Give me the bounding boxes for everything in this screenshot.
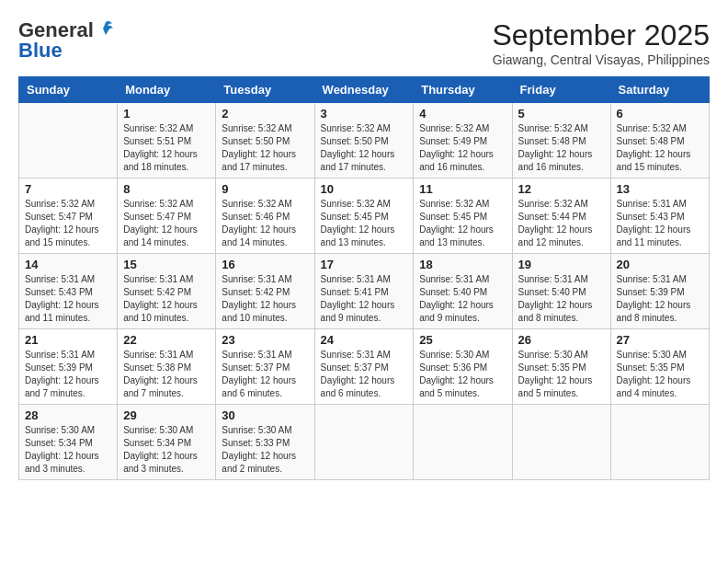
logo: General Blue [18, 18, 116, 63]
day-info: Sunrise: 5:32 AM Sunset: 5:45 PM Dayligh… [419, 198, 506, 249]
day-number: 16 [222, 258, 308, 271]
calendar-cell: 5Sunrise: 5:32 AM Sunset: 5:48 PM Daylig… [512, 103, 610, 178]
day-info: Sunrise: 5:30 AM Sunset: 5:34 PM Dayligh… [123, 424, 210, 476]
day-info: Sunrise: 5:32 AM Sunset: 5:47 PM Dayligh… [25, 198, 111, 249]
calendar-cell: 27Sunrise: 5:30 AM Sunset: 5:35 PM Dayli… [610, 329, 709, 405]
calendar-cell: 19Sunrise: 5:31 AM Sunset: 5:40 PM Dayli… [512, 254, 610, 329]
calendar-cell: 16Sunrise: 5:31 AM Sunset: 5:42 PM Dayli… [216, 254, 314, 329]
calendar-cell: 15Sunrise: 5:31 AM Sunset: 5:42 PM Dayli… [118, 254, 216, 329]
calendar-cell: 21Sunrise: 5:31 AM Sunset: 5:39 PM Dayli… [19, 329, 118, 405]
day-number: 11 [419, 182, 506, 196]
calendar-cell [610, 405, 709, 480]
calendar-cell [314, 405, 414, 480]
day-info: Sunrise: 5:31 AM Sunset: 5:41 PM Dayligh… [321, 273, 408, 325]
day-number: 28 [25, 408, 111, 422]
day-number: 19 [518, 258, 605, 271]
day-info: Sunrise: 5:32 AM Sunset: 5:50 PM Dayligh… [321, 122, 408, 174]
day-number: 15 [123, 258, 210, 271]
logo-bird-icon [96, 18, 116, 39]
calendar-header-row: SundayMondayTuesdayWednesdayThursdayFrid… [19, 77, 710, 103]
day-number: 22 [123, 333, 210, 347]
calendar-week-row: 14Sunrise: 5:31 AM Sunset: 5:43 PM Dayli… [19, 254, 710, 329]
calendar-cell: 29Sunrise: 5:30 AM Sunset: 5:34 PM Dayli… [118, 405, 216, 480]
day-number: 10 [321, 182, 408, 196]
day-number: 20 [617, 258, 703, 271]
day-info: Sunrise: 5:32 AM Sunset: 5:48 PM Dayligh… [617, 122, 703, 174]
day-number: 21 [25, 333, 111, 347]
day-info: Sunrise: 5:32 AM Sunset: 5:46 PM Dayligh… [222, 198, 308, 249]
day-number: 24 [321, 333, 408, 347]
day-number: 27 [617, 333, 703, 347]
day-info: Sunrise: 5:30 AM Sunset: 5:35 PM Dayligh… [518, 349, 605, 400]
calendar-cell: 20Sunrise: 5:31 AM Sunset: 5:39 PM Dayli… [610, 254, 709, 329]
calendar-cell: 11Sunrise: 5:32 AM Sunset: 5:45 PM Dayli… [414, 178, 512, 254]
calendar-cell: 1Sunrise: 5:32 AM Sunset: 5:51 PM Daylig… [118, 103, 216, 178]
calendar-cell: 17Sunrise: 5:31 AM Sunset: 5:41 PM Dayli… [314, 254, 414, 329]
calendar-cell [19, 103, 118, 178]
day-number: 18 [419, 258, 506, 271]
day-info: Sunrise: 5:32 AM Sunset: 5:48 PM Dayligh… [518, 122, 605, 174]
day-info: Sunrise: 5:31 AM Sunset: 5:43 PM Dayligh… [25, 273, 111, 325]
calendar-cell: 4Sunrise: 5:32 AM Sunset: 5:49 PM Daylig… [414, 103, 512, 178]
day-number: 13 [617, 182, 703, 196]
calendar-week-row: 1Sunrise: 5:32 AM Sunset: 5:51 PM Daylig… [19, 103, 710, 178]
day-number: 26 [518, 333, 605, 347]
day-info: Sunrise: 5:31 AM Sunset: 5:42 PM Dayligh… [222, 273, 308, 325]
title-block: September 2025 Giawang, Central Visayas,… [492, 18, 710, 67]
day-number: 12 [518, 182, 605, 196]
calendar-cell: 13Sunrise: 5:31 AM Sunset: 5:43 PM Dayli… [610, 178, 709, 254]
page-header: General Blue September 2025 Giawang, Cen… [18, 18, 710, 67]
day-info: Sunrise: 5:32 AM Sunset: 5:47 PM Dayligh… [123, 198, 210, 249]
calendar-week-row: 21Sunrise: 5:31 AM Sunset: 5:39 PM Dayli… [19, 329, 710, 405]
day-number: 2 [222, 107, 308, 121]
day-number: 5 [518, 107, 605, 121]
calendar-cell: 26Sunrise: 5:30 AM Sunset: 5:35 PM Dayli… [512, 329, 610, 405]
day-number: 6 [617, 107, 703, 121]
day-info: Sunrise: 5:30 AM Sunset: 5:36 PM Dayligh… [419, 349, 506, 400]
day-info: Sunrise: 5:30 AM Sunset: 5:33 PM Dayligh… [222, 424, 308, 476]
day-number: 14 [25, 258, 111, 271]
calendar-cell: 18Sunrise: 5:31 AM Sunset: 5:40 PM Dayli… [414, 254, 512, 329]
calendar-week-row: 28Sunrise: 5:30 AM Sunset: 5:34 PM Dayli… [19, 405, 710, 480]
day-info: Sunrise: 5:31 AM Sunset: 5:40 PM Dayligh… [518, 273, 605, 325]
day-number: 29 [123, 408, 210, 422]
day-info: Sunrise: 5:31 AM Sunset: 5:40 PM Dayligh… [419, 273, 506, 325]
location-subtitle: Giawang, Central Visayas, Philippines [492, 52, 710, 67]
month-year-title: September 2025 [492, 18, 710, 52]
day-number: 17 [321, 258, 408, 271]
day-number: 4 [419, 107, 506, 121]
day-info: Sunrise: 5:31 AM Sunset: 5:39 PM Dayligh… [617, 273, 703, 325]
calendar-header-saturday: Saturday [610, 77, 709, 103]
calendar-header-tuesday: Tuesday [216, 77, 314, 103]
day-number: 25 [419, 333, 506, 347]
calendar-cell: 25Sunrise: 5:30 AM Sunset: 5:36 PM Dayli… [414, 329, 512, 405]
day-info: Sunrise: 5:31 AM Sunset: 5:43 PM Dayligh… [617, 198, 703, 249]
day-number: 9 [222, 182, 308, 196]
day-info: Sunrise: 5:31 AM Sunset: 5:38 PM Dayligh… [123, 349, 210, 400]
calendar-cell: 24Sunrise: 5:31 AM Sunset: 5:37 PM Dayli… [314, 329, 414, 405]
day-info: Sunrise: 5:31 AM Sunset: 5:42 PM Dayligh… [123, 273, 210, 325]
calendar-cell: 28Sunrise: 5:30 AM Sunset: 5:34 PM Dayli… [19, 405, 118, 480]
day-info: Sunrise: 5:30 AM Sunset: 5:34 PM Dayligh… [25, 424, 111, 476]
day-number: 23 [222, 333, 308, 347]
day-info: Sunrise: 5:32 AM Sunset: 5:50 PM Dayligh… [222, 122, 308, 174]
day-info: Sunrise: 5:32 AM Sunset: 5:51 PM Dayligh… [123, 122, 210, 174]
day-info: Sunrise: 5:32 AM Sunset: 5:49 PM Dayligh… [419, 122, 506, 174]
calendar-cell: 22Sunrise: 5:31 AM Sunset: 5:38 PM Dayli… [118, 329, 216, 405]
day-info: Sunrise: 5:31 AM Sunset: 5:37 PM Dayligh… [321, 349, 408, 400]
calendar-cell: 12Sunrise: 5:32 AM Sunset: 5:44 PM Dayli… [512, 178, 610, 254]
day-number: 8 [123, 182, 210, 196]
calendar-cell: 3Sunrise: 5:32 AM Sunset: 5:50 PM Daylig… [314, 103, 414, 178]
calendar-cell: 10Sunrise: 5:32 AM Sunset: 5:45 PM Dayli… [314, 178, 414, 254]
day-number: 1 [123, 107, 210, 121]
calendar-header-monday: Monday [118, 77, 216, 103]
calendar-cell [512, 405, 610, 480]
calendar-cell: 30Sunrise: 5:30 AM Sunset: 5:33 PM Dayli… [216, 405, 314, 480]
calendar-header-sunday: Sunday [19, 77, 118, 103]
day-number: 7 [25, 182, 111, 196]
calendar-week-row: 7Sunrise: 5:32 AM Sunset: 5:47 PM Daylig… [19, 178, 710, 254]
calendar-header-friday: Friday [512, 77, 610, 103]
day-info: Sunrise: 5:32 AM Sunset: 5:45 PM Dayligh… [321, 198, 408, 249]
calendar-cell: 14Sunrise: 5:31 AM Sunset: 5:43 PM Dayli… [19, 254, 118, 329]
calendar-cell: 23Sunrise: 5:31 AM Sunset: 5:37 PM Dayli… [216, 329, 314, 405]
